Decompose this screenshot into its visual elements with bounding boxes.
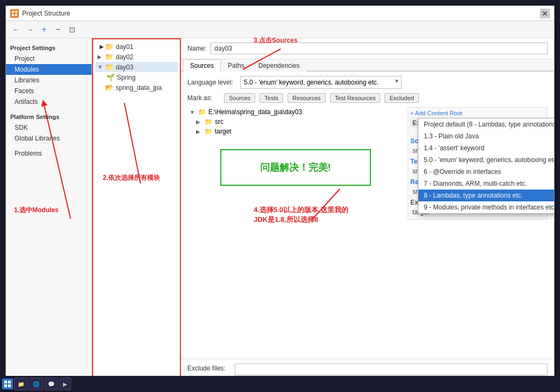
tree-item-day02[interactable]: ▶ 📁 day02	[95, 52, 178, 62]
tree-item-day03[interactable]: ▼ 📁 day03	[95, 62, 178, 72]
sidebar-item-global-libraries[interactable]: Global Libraries	[6, 133, 92, 144]
exclude-files-input[interactable]	[235, 363, 548, 375]
mark-test-resources-btn[interactable]: Test Resources	[330, 93, 381, 103]
mark-as-label: Mark as:	[187, 94, 220, 102]
app-icon	[10, 9, 19, 18]
language-level-select-wrapper: 5.0 - 'enum' keyword, generics, autoboxi…	[240, 76, 402, 89]
tree-panel: ▶ 📁 day01 ▶ 📁 day02 ▼ 📁 day03	[92, 38, 181, 387]
window-title: Project Structure	[22, 10, 70, 17]
sidebar-item-artifacts[interactable]: Artifacts	[6, 96, 92, 107]
exclude-files-label: Exclude files:	[187, 363, 230, 372]
tree-item-spring-data-jpa[interactable]: 📂 spring_data_jpa	[95, 82, 178, 93]
svg-rect-9	[8, 381, 11, 383]
forward-button[interactable]: →	[24, 24, 36, 36]
copy-button[interactable]: ⊡	[66, 24, 78, 36]
sources-tree-panel: ▼ 📁 E:\Heima\spring_data_jpa\day03 ▶ 📁 s…	[187, 107, 403, 220]
mark-excluded-btn[interactable]: Excluded	[384, 93, 418, 103]
start-button[interactable]	[2, 379, 13, 389]
language-level-select[interactable]: 5.0 - 'enum' keyword, generics, autoboxi…	[240, 76, 402, 89]
sidebar: Project Settings Project Modules Librari…	[6, 38, 92, 387]
dropdown-item-6[interactable]: 8 - Lambdas, type annotations etc.	[418, 190, 554, 201]
mark-sources-btn[interactable]: Sources	[224, 93, 255, 103]
mark-resources-btn[interactable]: Resources	[288, 93, 326, 103]
language-level-row: Language level: 5.0 - 'enum' keyword, ge…	[187, 76, 548, 89]
content-body: Language level: 5.0 - 'enum' keyword, ge…	[181, 72, 554, 359]
success-text: 问题解决！完美!	[260, 162, 331, 173]
name-input[interactable]	[211, 43, 548, 54]
tab-paths[interactable]: Paths	[221, 59, 251, 72]
language-level-dropdown: Project default (8 - Lambdas, type annot…	[418, 118, 554, 214]
tab-sources[interactable]: Sources	[183, 59, 221, 72]
title-bar: Project Structure ✕	[6, 6, 554, 21]
close-button[interactable]: ✕	[540, 9, 550, 18]
toolbar: ← → + − ⊡	[6, 21, 554, 38]
dropdown-item-4[interactable]: 6 - @Override in interfaces	[418, 166, 554, 178]
tree-item-spring[interactable]: 🌱 Spring	[95, 72, 178, 82]
sidebar-item-facets[interactable]: Facets	[6, 86, 92, 96]
taskbar-btn-0[interactable]: 📁	[14, 377, 28, 390]
sidebar-item-modules[interactable]: Modules	[6, 64, 92, 75]
tabs-row: Sources Paths Dependencies	[181, 59, 554, 72]
dropdown-item-7[interactable]: 9 - Modules, private methods in interfac…	[418, 201, 554, 213]
src-tree-target[interactable]: ▶ 📁 target	[187, 127, 403, 136]
title-bar-left: Project Structure	[10, 9, 70, 18]
sidebar-item-problems[interactable]: Problems	[6, 148, 92, 159]
sidebar-item-libraries[interactable]: Libraries	[6, 75, 92, 86]
tree-item-day01[interactable]: ▶ 📁 day01	[95, 41, 178, 52]
dropdown-item-3[interactable]: 5.0 - 'enum' keyword, generics, autoboxi…	[418, 154, 554, 166]
src-tree-src[interactable]: ▶ 📁 src	[187, 117, 403, 127]
language-level-label: Language level:	[187, 79, 236, 86]
svg-rect-1	[15, 11, 17, 13]
remove-button[interactable]: −	[52, 24, 64, 36]
svg-rect-8	[4, 381, 7, 383]
dropdown-item-5[interactable]: 7 - Diamonds, ARM, multi-catch etc.	[418, 178, 554, 190]
main-window: Project Structure ✕ ← → + − ⊡ Project Se…	[5, 5, 555, 388]
tree-content: ▶ 📁 day01 ▶ 📁 day02 ▼ 📁 day03	[93, 39, 180, 95]
name-row: Name:	[181, 38, 554, 59]
dropdown-item-1[interactable]: 1.3 - Plain old Java	[418, 130, 554, 142]
svg-rect-0	[12, 11, 14, 13]
project-settings-title: Project Settings	[6, 43, 92, 53]
svg-rect-11	[8, 384, 11, 387]
tab-dependencies[interactable]: Dependencies	[251, 59, 307, 72]
taskbar-btn-1[interactable]: 🌐	[29, 377, 43, 390]
mark-tests-btn[interactable]: Tests	[260, 93, 283, 103]
sidebar-item-project[interactable]: Project	[6, 53, 92, 64]
success-box: 问题解决！完美!	[220, 149, 371, 186]
taskbar-btn-2[interactable]: 💬	[44, 377, 58, 390]
svg-rect-3	[15, 14, 17, 16]
add-button[interactable]: +	[38, 24, 50, 36]
dropdown-item-2[interactable]: 1.4 - 'assert' keyword	[418, 142, 554, 154]
taskbar: 📁 🌐 💬 ▶	[0, 376, 560, 392]
content-panel: Name: Sources Paths Dependencies La	[181, 38, 554, 387]
svg-rect-2	[12, 14, 14, 16]
mark-as-row: Mark as: Sources Tests Resources Test Re…	[187, 93, 548, 103]
back-button[interactable]: ←	[10, 24, 22, 36]
svg-rect-10	[4, 384, 7, 387]
main-layout: Project Settings Project Modules Librari…	[6, 38, 554, 387]
name-label: Name:	[187, 45, 206, 52]
taskbar-btn-3[interactable]: ▶	[59, 377, 71, 390]
dropdown-item-0[interactable]: Project default (8 - Lambdas, type annot…	[418, 118, 554, 130]
platform-settings-title: Platform Settings	[6, 111, 92, 122]
sidebar-item-sdk[interactable]: SDK	[6, 122, 92, 133]
src-tree-root[interactable]: ▼ 📁 E:\Heima\spring_data_jpa\day03	[187, 107, 403, 117]
add-content-root-btn[interactable]: + Add Content Root	[410, 110, 545, 116]
